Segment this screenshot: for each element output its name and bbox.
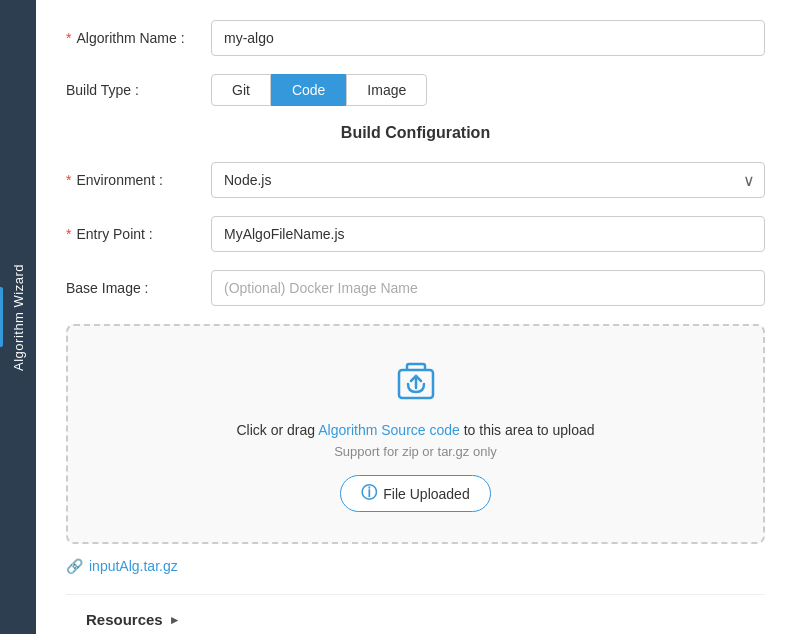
entry-point-row: * Entry Point : [66, 216, 765, 252]
algorithm-name-row: * Algorithm Name : [66, 20, 765, 56]
resources-arrow-icon: ► [169, 613, 181, 627]
base-image-row: Base Image : [66, 270, 765, 306]
algorithm-name-input[interactable] [211, 20, 765, 56]
environment-label: * Environment : [66, 172, 211, 188]
sidebar-accent [0, 287, 3, 347]
build-type-label: Build Type : [66, 82, 211, 98]
entry-point-label: * Entry Point : [66, 226, 211, 242]
required-star-env: * [66, 172, 71, 188]
resources-section: Resources ► [66, 594, 765, 634]
build-type-image-button[interactable]: Image [346, 74, 427, 106]
sidebar-label: Algorithm Wizard [11, 264, 26, 371]
required-star: * [66, 30, 71, 46]
environment-select-wrapper: Node.js Python 3 Java R Scala ∨ [211, 162, 765, 198]
base-image-label: Base Image : [66, 280, 211, 296]
resources-label: Resources [86, 611, 163, 628]
environment-select[interactable]: Node.js Python 3 Java R Scala [211, 162, 765, 198]
resources-header[interactable]: Resources ► [66, 611, 765, 628]
attached-file-name: inputAlg.tar.gz [89, 558, 178, 574]
file-uploaded-button[interactable]: ⓘ File Uploaded [340, 475, 490, 512]
build-type-code-button[interactable]: Code [271, 74, 346, 106]
upload-main-text: Click or drag Algorithm Source code to t… [88, 422, 743, 438]
link-icon: 🔗 [66, 558, 83, 574]
info-icon: ⓘ [361, 483, 377, 504]
build-type-row: Build Type : Git Code Image [66, 74, 765, 106]
build-type-button-group: Git Code Image [211, 74, 427, 106]
file-uploaded-label: File Uploaded [383, 486, 469, 502]
upload-sub-text: Support for zip or tar.gz only [88, 444, 743, 459]
required-star-ep: * [66, 226, 71, 242]
build-configuration-title: Build Configuration [66, 124, 765, 142]
entry-point-input[interactable] [211, 216, 765, 252]
upload-zone[interactable]: Click or drag Algorithm Source code to t… [66, 324, 765, 544]
base-image-input[interactable] [211, 270, 765, 306]
build-type-git-button[interactable]: Git [211, 74, 271, 106]
algorithm-wizard-sidebar: Algorithm Wizard [0, 0, 36, 634]
environment-row: * Environment : Node.js Python 3 Java R … [66, 162, 765, 198]
main-content: * Algorithm Name : Build Type : Git Code… [36, 0, 795, 634]
upload-icon [88, 356, 743, 410]
algorithm-name-label: * Algorithm Name : [66, 30, 211, 46]
attached-file[interactable]: 🔗 inputAlg.tar.gz [66, 558, 765, 574]
upload-highlight: Algorithm Source code [318, 422, 460, 438]
